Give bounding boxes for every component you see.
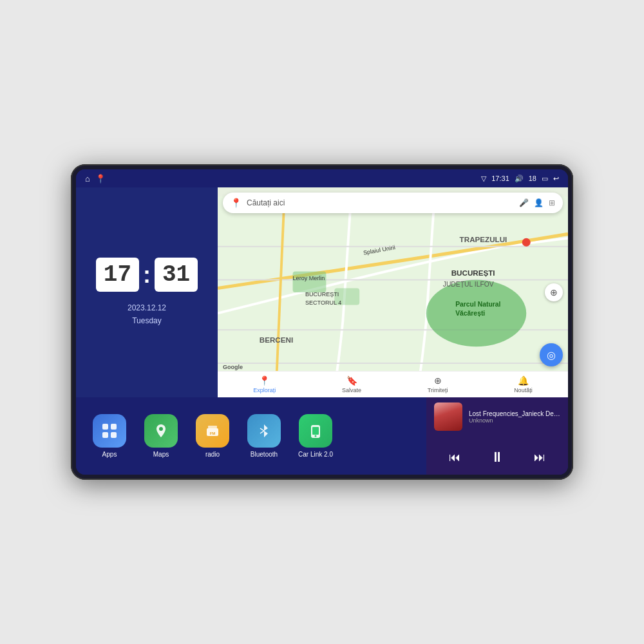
svg-rect-0 [218,196,568,388]
clock-colon: : [143,261,151,289]
car-display-device: ⌂ 📍 ▽ 17:31 🔊 18 ▭ ↩ 17 : [71,164,573,480]
status-bar-left: ⌂ 📍 [85,174,106,184]
map-nav-news[interactable]: 🔔 Noutăți [514,375,533,393]
map-bottom-nav: 📍 Explorați 🔖 Salvate ⊕ Trimiteți 🔔 [218,371,568,397]
mic-icon[interactable]: 🎤 [519,198,529,207]
account-icon[interactable]: 👤 [534,198,544,207]
home-icon[interactable]: ⌂ [85,174,90,184]
svg-rect-16 [111,424,117,430]
bluetooth-label: Bluetooth [251,451,278,458]
svg-text:JUDEȚUL ILFOV: JUDEȚUL ILFOV [443,281,494,288]
thumbnail-art [434,402,462,431]
map-nav-send[interactable]: ⊕ Trimiteți [428,375,448,393]
music-artist: Unknown [469,417,560,424]
clock-date: 2023.12.12 Tuesday [128,302,166,327]
clock-minute: 31 [155,258,198,292]
status-time: 17:31 [491,175,509,182]
svg-rect-24 [312,427,319,435]
prev-button[interactable]: ⏮ [449,451,460,464]
google-logo: Google [223,364,243,370]
svg-text:BERCENI: BERCENI [260,336,293,344]
explore-label: Explorați [253,387,276,393]
music-title: Lost Frequencies_Janieck Devy-... [469,410,560,417]
volume-icon: 🔊 [515,175,524,183]
maps-svg-icon [152,422,170,440]
app-grid: Apps Maps [76,397,426,475]
send-icon: ⊕ [434,375,442,386]
map-search-bar[interactable]: 📍 Căutați aici 🎤 👤 ⊞ [223,193,563,213]
app-item-radio[interactable]: FM radio [189,414,236,458]
svg-text:BUCUREȘTI: BUCUREȘTI [305,291,339,298]
carlink-icon[interactable] [299,414,332,448]
maps-label: Maps [153,451,169,458]
svg-rect-17 [102,432,108,438]
main-content: 17 : 31 2023.12.12 Tuesday [76,187,568,475]
svg-text:FM: FM [210,431,216,435]
svg-text:Văcărești: Văcărești [455,310,485,317]
apps-svg-icon [100,422,118,440]
maps-icon[interactable] [144,414,178,448]
bottom-section: Apps Maps [76,397,568,475]
status-bar: ⌂ 📍 ▽ 17:31 🔊 18 ▭ ↩ [76,169,568,187]
radio-svg-icon: FM [204,422,222,440]
explore-icon: 📍 [259,375,270,386]
device-screen: ⌂ 📍 ▽ 17:31 🔊 18 ▭ ↩ 17 : [76,169,568,475]
clock-display: 17 : 31 [96,258,198,292]
map-widget[interactable]: Parcul Natural Văcărești TRAPEZULUI BUCU… [218,187,568,397]
svg-point-14 [522,238,531,247]
play-pause-button[interactable]: ⏸ [490,449,504,466]
carlink-svg-icon [307,422,325,440]
top-section: 17 : 31 2023.12.12 Tuesday [76,187,568,397]
next-button[interactable]: ⏭ [534,451,545,464]
app-item-maps[interactable]: Maps [138,414,184,458]
map-nav-saved[interactable]: 🔖 Salvate [342,375,361,393]
volume-level: 18 [529,175,536,182]
svg-rect-15 [102,424,108,430]
saved-icon: 🔖 [346,375,357,386]
location-button[interactable]: ◎ [540,343,563,366]
svg-point-25 [315,435,317,437]
app-item-apps[interactable]: Apps [86,414,133,458]
svg-point-19 [159,427,163,431]
svg-text:SECTORUL 4: SECTORUL 4 [305,299,341,306]
svg-text:Parcul Natural: Parcul Natural [455,301,500,308]
map-controls: ⊕ [545,283,563,301]
compass-icon[interactable]: ⊕ [545,283,563,301]
app-item-carlink[interactable]: Car Link 2.0 [292,414,339,458]
radio-icon[interactable]: FM [196,414,229,448]
apps-label: Apps [102,451,117,458]
svg-text:BUCUREȘTI: BUCUREȘTI [451,269,495,277]
svg-text:TRAPEZULUI: TRAPEZULUI [460,235,507,243]
battery-icon: ▭ [542,175,548,183]
status-bar-right: ▽ 17:31 🔊 18 ▭ ↩ [481,175,559,183]
saved-label: Salvate [342,387,361,393]
music-thumbnail [434,402,462,431]
map-search-text: Căutați aici [247,198,514,207]
music-controls: ⏮ ⏸ ⏭ [434,445,560,469]
carlink-label: Car Link 2.0 [298,451,333,458]
apps-icon[interactable] [93,414,126,448]
map-background: Parcul Natural Văcărești TRAPEZULUI BUCU… [218,187,568,397]
signal-icon: ▽ [481,175,486,183]
map-nav-explore[interactable]: 📍 Explorați [253,375,276,393]
app-item-bluetooth[interactable]: Bluetooth [241,414,287,458]
clock-widget: 17 : 31 2023.12.12 Tuesday [76,187,218,397]
svg-text:Leroy Merlin: Leroy Merlin [293,275,325,281]
map-pin-icon: 📍 [231,198,242,208]
clock-day: Tuesday [128,315,166,327]
grid-icon[interactable]: ⊞ [549,198,555,207]
maps-shortcut-icon[interactable]: 📍 [95,174,106,184]
clock-hour: 17 [96,258,139,292]
bluetooth-icon[interactable] [247,414,281,448]
music-player: Lost Frequencies_Janieck Devy-... Unknow… [426,397,568,475]
svg-rect-21 [208,426,217,428]
music-info: Lost Frequencies_Janieck Devy-... Unknow… [434,402,560,431]
map-search-actions: 🎤 👤 ⊞ [519,198,555,207]
news-label: Noutăți [514,387,533,393]
radio-label: radio [205,451,220,458]
news-icon: 🔔 [518,375,529,386]
back-icon[interactable]: ↩ [553,175,559,183]
send-label: Trimiteți [428,387,448,393]
svg-rect-18 [111,432,117,438]
music-metadata: Lost Frequencies_Janieck Devy-... Unknow… [469,410,560,424]
